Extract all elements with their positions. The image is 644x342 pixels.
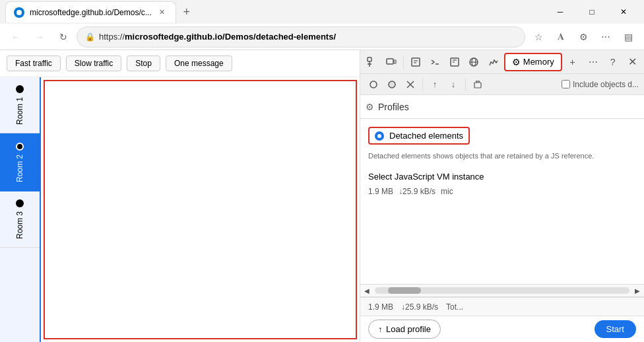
rooms-sidebar: Room 1 Room 2 Room 3 <box>0 77 41 342</box>
horizontal-scrollbar[interactable]: ◀ ▶ <box>360 284 644 297</box>
active-tab[interactable]: microsoftedge.github.io/Demos/c... ✕ <box>5 1 176 22</box>
network-panel-icon[interactable] <box>465 53 484 71</box>
delete-icon[interactable] <box>470 77 486 92</box>
close-button[interactable]: ✕ <box>608 1 639 22</box>
svg-rect-20 <box>474 83 481 88</box>
memory-tab[interactable]: ⚙ Memory <box>504 53 562 71</box>
room-3-dot <box>16 199 24 207</box>
vm-section: Select JavaScript VM instance 1.9 MB ↓25… <box>360 166 644 204</box>
back-button[interactable]: ← <box>5 26 26 48</box>
sources-panel-icon[interactable] <box>445 53 464 71</box>
scroll-left-button[interactable]: ◀ <box>360 284 373 297</box>
devtools-toolbar2: ↑ ↓ Include objects d... <box>360 74 644 95</box>
download-icon[interactable]: ↓ <box>445 77 461 92</box>
room-3-label: Room 3 <box>15 211 24 239</box>
svg-point-16 <box>370 81 377 88</box>
detached-elements-option[interactable]: Detached elements <box>368 127 470 145</box>
slow-traffic-button[interactable]: Slow traffic <box>66 55 121 71</box>
sidebar-button[interactable]: ▤ <box>618 26 639 48</box>
window-controls: ─ □ ✕ <box>545 1 639 22</box>
svg-point-0 <box>16 10 22 15</box>
inspect-element-icon[interactable] <box>363 53 381 71</box>
maximize-button[interactable]: □ <box>577 1 607 22</box>
devtools-bottom-bar: ↑ Load profile Start <box>360 316 644 342</box>
reload-button[interactable]: ↻ <box>53 26 74 48</box>
memory-tab-label: Memory <box>523 57 554 67</box>
include-objects-input[interactable] <box>562 80 570 88</box>
devtools-panel: ⚙ Memory + ⋯ ? ✕ ↑ ↓ <box>360 50 644 342</box>
memory-icon: ⚙ <box>512 57 521 67</box>
address-input[interactable]: 🔒 https://microsoftedge.github.io/Demos/… <box>77 26 525 48</box>
minimize-button[interactable]: ─ <box>545 1 575 22</box>
profiles-label: Profiles <box>378 102 409 112</box>
load-profile-icon: ↑ <box>378 325 382 334</box>
content-spacer <box>360 204 644 284</box>
room-1-item[interactable]: Room 1 <box>0 77 40 133</box>
svg-rect-1 <box>368 57 371 61</box>
extensions-button[interactable]: ⚙ <box>573 26 594 48</box>
performance-panel-icon[interactable] <box>484 53 503 71</box>
tab-bar: microsoftedge.github.io/Demos/c... ✕ + <box>5 1 541 22</box>
radio-inner <box>377 134 381 138</box>
detached-elements-description: Detached elements shows objects that are… <box>360 149 644 166</box>
more-tools-icon[interactable]: ⋯ <box>584 53 602 71</box>
room-2-label: Room 2 <box>15 154 24 182</box>
vm-kbs-value: ↓25.9 kB/s <box>399 187 435 196</box>
detached-radio-dot <box>375 131 384 141</box>
scroll-right-button[interactable]: ▶ <box>631 284 644 297</box>
new-tab-button[interactable]: + <box>176 1 197 22</box>
room-2-dot <box>16 143 24 151</box>
svg-rect-6 <box>412 58 420 66</box>
fast-traffic-button[interactable]: Fast traffic <box>7 55 61 71</box>
url-display: https://microsoftedge.github.io/Demos/de… <box>99 32 517 42</box>
room-1-dot <box>16 85 24 93</box>
tab-close-button[interactable]: ✕ <box>157 7 168 18</box>
chat-border <box>44 80 357 339</box>
title-bar: microsoftedge.github.io/Demos/c... ✕ + ─… <box>0 0 644 24</box>
browser-menu-button[interactable]: ⋯ <box>595 26 616 48</box>
devtools-toolbar: ⚙ Memory + ⋯ ? ✕ <box>360 50 644 74</box>
console-panel-icon[interactable] <box>426 53 445 71</box>
vm-row[interactable]: 1.9 MB ↓25.9 kB/s mic <box>368 184 636 199</box>
start-button[interactable]: Start <box>595 320 636 338</box>
detached-elements-label: Detached elements <box>389 131 463 141</box>
scroll-track[interactable] <box>375 287 629 294</box>
demo-toolbar: Fast traffic Slow traffic Stop One messa… <box>0 50 360 77</box>
status-mb: 1.9 MB <box>368 302 393 312</box>
scroll-thumb[interactable] <box>388 287 421 294</box>
svg-point-17 <box>389 81 395 88</box>
toolbar2-sep <box>422 78 423 91</box>
demo-app: Fast traffic Slow traffic Stop One messa… <box>0 50 360 342</box>
load-profile-label: Load profile <box>386 324 431 334</box>
devtools-status-bar: 1.9 MB ↓25.9 kB/s Tot... <box>360 297 644 316</box>
favorites-button[interactable]: ☆ <box>528 26 549 48</box>
upload-icon[interactable]: ↑ <box>427 77 443 92</box>
device-toolbar-icon[interactable] <box>383 53 401 71</box>
tab-favicon <box>14 7 24 18</box>
elements-panel-icon[interactable] <box>406 53 425 71</box>
room-3-item[interactable]: Room 3 <box>0 191 40 248</box>
devtools-close-button[interactable]: ✕ <box>623 53 641 71</box>
read-aloud-button[interactable]: 𝐀 <box>550 26 571 48</box>
include-objects-checkbox[interactable]: Include objects d... <box>562 80 639 89</box>
forward-button[interactable]: → <box>29 26 50 48</box>
help-icon[interactable]: ? <box>604 53 622 71</box>
vm-mic-value: mic <box>441 187 453 196</box>
clear-icon[interactable] <box>402 77 418 92</box>
stop-record-icon[interactable] <box>384 77 400 92</box>
vm-title: Select JavaScript VM instance <box>368 172 636 182</box>
one-message-button[interactable]: One message <box>166 55 232 71</box>
detached-section: Detached elements <box>360 119 644 149</box>
load-profile-button[interactable]: ↑ Load profile <box>368 320 441 339</box>
room-2-item[interactable]: Room 2 <box>0 133 40 191</box>
include-objects-label: Include objects d... <box>573 80 639 89</box>
record-icon[interactable] <box>366 77 381 92</box>
toolbar2-sep2 <box>465 78 466 91</box>
plus-panel-icon[interactable]: + <box>564 53 582 71</box>
stop-button[interactable]: Stop <box>127 55 160 71</box>
tab-title: microsoftedge.github.io/Demos/c... <box>30 8 152 17</box>
lock-icon: 🔒 <box>85 32 95 42</box>
toolbar-separator-1 <box>403 55 404 69</box>
address-bar: ← → ↻ 🔒 https://microsoftedge.github.io/… <box>0 24 644 50</box>
profiles-bar: ⚙ Profiles <box>360 95 644 119</box>
